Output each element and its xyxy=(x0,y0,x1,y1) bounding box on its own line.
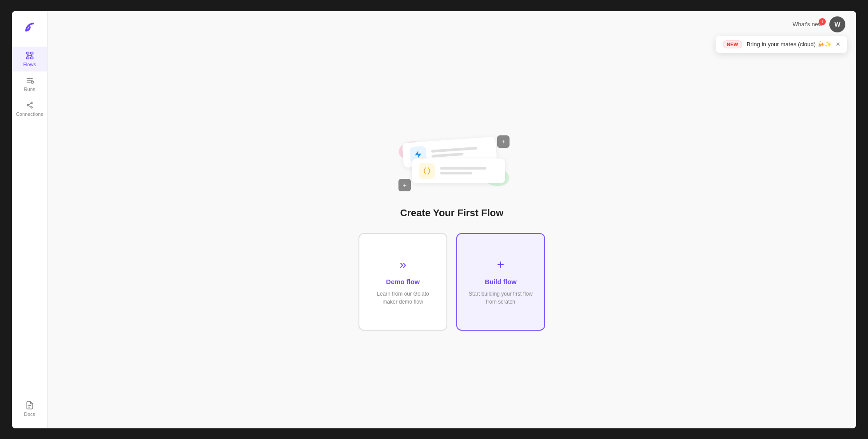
main-content: What's new 1 W NEW Bring in your mates (… xyxy=(48,11,856,428)
header: What's new 1 W xyxy=(48,11,856,38)
notification-badge: 1 xyxy=(819,18,826,25)
sidebar-item-flows-label: Flows xyxy=(23,62,36,67)
card-line xyxy=(431,146,478,152)
svg-line-14 xyxy=(28,103,31,104)
build-flow-desc: Start building your first flow from scra… xyxy=(468,290,534,306)
app-logo[interactable] xyxy=(21,18,39,36)
demo-flow-card[interactable]: » Demo flow Learn from our Gelato maker … xyxy=(358,233,447,331)
lightning-icon xyxy=(413,150,422,159)
plus-badge-top: + xyxy=(497,135,510,148)
svg-rect-1 xyxy=(30,52,33,54)
banner-message: Bring in your mates (cloud) 🍻✨ xyxy=(747,41,832,47)
svg-point-11 xyxy=(27,104,28,106)
new-badge: NEW xyxy=(723,40,742,48)
svg-marker-18 xyxy=(414,150,422,158)
build-flow-card[interactable]: + Build flow Start building your first f… xyxy=(456,233,545,331)
app-window: Flows Runs Connections xyxy=(12,11,856,428)
whats-new-button[interactable]: What's new 1 xyxy=(792,21,822,28)
center-content: + + xyxy=(48,38,856,428)
sidebar-item-docs-label: Docs xyxy=(24,411,35,417)
card-lines-2 xyxy=(440,167,498,174)
plus-badge-bottom: + xyxy=(398,179,411,191)
svg-rect-2 xyxy=(26,57,29,59)
cards-row: » Demo flow Learn from our Gelato maker … xyxy=(358,233,545,331)
build-flow-icon: + xyxy=(497,257,504,272)
notification-banner: NEW Bring in your mates (cloud) 🍻✨ × xyxy=(716,36,847,53)
header-right: What's new 1 W xyxy=(792,16,845,32)
runs-icon xyxy=(25,76,34,85)
card-lines-1 xyxy=(431,146,490,157)
card-line xyxy=(440,167,486,170)
illustration-card-front xyxy=(412,158,505,183)
sidebar-item-runs-label: Runs xyxy=(24,87,36,92)
flows-icon xyxy=(25,51,34,60)
svg-line-15 xyxy=(28,105,31,107)
demo-flow-icon: » xyxy=(399,257,406,272)
sidebar-item-flows[interactable]: Flows xyxy=(12,47,47,71)
whats-new-label: What's new xyxy=(792,21,822,28)
sidebar-item-connections-label: Connections xyxy=(16,111,43,117)
main-title: Create Your First Flow xyxy=(400,207,504,219)
sidebar-item-docs[interactable]: Docs xyxy=(12,396,47,421)
connections-icon xyxy=(25,101,34,110)
svg-rect-3 xyxy=(30,57,33,59)
banner-close-button[interactable]: × xyxy=(836,41,840,48)
sidebar-item-runs[interactable]: Runs xyxy=(12,71,47,96)
svg-point-10 xyxy=(31,81,33,83)
code-icon xyxy=(422,166,431,175)
build-flow-title: Build flow xyxy=(485,278,517,285)
docs-icon xyxy=(25,401,34,410)
card-icon-box-yellow xyxy=(419,163,435,179)
card-line xyxy=(440,172,472,174)
sidebar: Flows Runs Connections xyxy=(12,11,48,428)
illustration: + + xyxy=(390,135,514,193)
svg-rect-0 xyxy=(26,52,29,54)
demo-flow-desc: Learn from our Gelato maker demo flow xyxy=(370,290,436,306)
svg-point-12 xyxy=(31,102,32,103)
demo-flow-title: Demo flow xyxy=(386,278,420,285)
sidebar-item-connections[interactable]: Connections xyxy=(12,96,47,121)
card-line xyxy=(431,152,463,157)
svg-point-13 xyxy=(31,107,32,108)
avatar[interactable]: W xyxy=(829,16,845,32)
